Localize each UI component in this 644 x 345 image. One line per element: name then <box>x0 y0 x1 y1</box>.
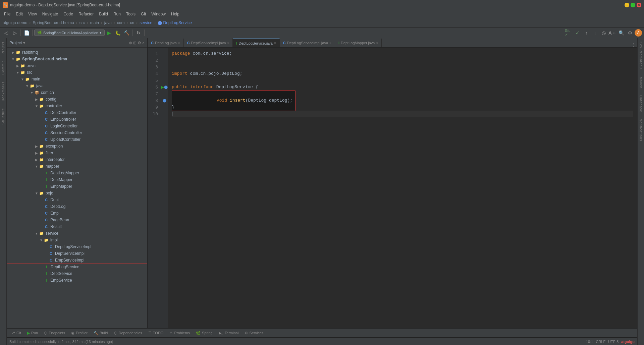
git-history-button[interactable]: ◷ <box>600 29 608 37</box>
tree-item-deptlog[interactable]: C DeptLog <box>7 203 147 210</box>
right-label-notifications[interactable]: Notifications <box>638 115 643 145</box>
bottom-tab-problems[interactable]: ⚠ Problems <box>167 329 192 337</box>
tree-item-emp[interactable]: C Emp <box>7 210 147 217</box>
close-button[interactable]: ✕ <box>637 3 641 7</box>
left-label-structure[interactable]: Structure <box>1 105 6 128</box>
tree-item-pojo[interactable]: ▼ 📁 pojo <box>7 190 147 196</box>
tree-item-deptservice[interactable]: I DeptService <box>7 270 147 277</box>
bottom-tab-run[interactable]: ▶ Run <box>24 329 41 337</box>
translate-button[interactable]: A↔ <box>608 29 616 37</box>
menu-window[interactable]: Window <box>149 11 168 17</box>
left-label-project[interactable]: Project <box>1 38 6 58</box>
menu-run[interactable]: Run <box>111 11 123 17</box>
project-close-button[interactable]: × <box>142 41 145 45</box>
git-push-button[interactable]: ↑ <box>582 29 590 37</box>
right-label-maven[interactable]: Maven <box>638 73 643 92</box>
git-commit-button[interactable]: ✓ <box>574 29 582 37</box>
menu-file[interactable]: File <box>1 11 13 17</box>
menu-refactor[interactable]: Refactor <box>76 11 96 17</box>
tab-close-deptlog[interactable]: × <box>178 41 180 45</box>
left-label-commit[interactable]: Commit <box>1 58 6 78</box>
tree-item-java[interactable]: ▼ 📁 java <box>7 82 147 89</box>
settings-button[interactable]: ⚙ <box>626 29 634 37</box>
tree-item-deptlogmapper[interactable]: I DeptLogMapper <box>7 170 147 176</box>
menu-edit[interactable]: Edit <box>13 11 25 17</box>
tree-item-pagebean[interactable]: C PageBean <box>7 217 147 223</box>
menu-build[interactable]: Build <box>96 11 111 17</box>
menu-view[interactable]: View <box>25 11 40 17</box>
tree-item-src[interactable]: ▼ 📁 src <box>7 69 147 76</box>
tree-item-empcontroller[interactable]: C EmpController <box>7 116 147 123</box>
profile-button[interactable]: A <box>635 29 642 37</box>
project-settings-button[interactable]: ⚙ <box>138 41 141 45</box>
status-encoding[interactable]: UTF-8 <box>608 340 619 344</box>
breadcrumb-service[interactable]: service <box>140 20 152 25</box>
status-line-ending[interactable]: CRLF <box>596 340 605 344</box>
breadcrumb-java[interactable]: java <box>104 20 112 25</box>
menu-navigate[interactable]: Navigate <box>40 11 61 17</box>
run-button[interactable]: ▶ <box>105 29 113 37</box>
sync-button[interactable]: ↻ <box>135 29 143 37</box>
bottom-tab-build[interactable]: 🔨 Build <box>91 329 110 337</box>
tree-item-empmapper[interactable]: I EmpMapper <box>7 183 147 190</box>
tab-close-deptserviceimpl[interactable]: × <box>227 41 229 45</box>
tree-item-empservice[interactable]: I EmpService <box>7 277 147 284</box>
breadcrumb-cn[interactable]: cn <box>130 20 135 25</box>
breadcrumb-atguigu[interactable]: atguigu-demo <box>3 20 27 25</box>
right-label-database[interactable]: Database <box>638 92 643 116</box>
bottom-tab-todo[interactable]: ☰ TODO <box>146 329 166 337</box>
tree-item-rabbitmq[interactable]: ▶ 📁 rabbitmq <box>7 49 147 56</box>
tree-item-result[interactable]: C Result <box>7 223 147 230</box>
tab-deptserviceimpl[interactable]: C DeptServiceImpl.java × <box>184 39 233 47</box>
run-icon-line6[interactable]: ▶⬤ <box>161 84 168 91</box>
menu-help[interactable]: Help <box>168 11 182 17</box>
search-button[interactable]: 🔍 <box>617 29 625 37</box>
project-expand-button[interactable]: ⊞ <box>133 41 137 45</box>
tree-item-deptmapper[interactable]: I DeptMapper <box>7 176 147 183</box>
breadcrumb-com[interactable]: com <box>117 20 125 25</box>
recent-files-button[interactable]: 📄 <box>22 29 31 37</box>
tree-item-empserviceimpl[interactable]: C EmpServiceImpl <box>7 257 147 264</box>
bottom-tab-services[interactable]: ⚙ Services <box>242 329 266 337</box>
bottom-tab-git[interactable]: ⎇ Git <box>8 329 24 337</box>
tab-close-deptlogmapper[interactable]: × <box>376 41 378 45</box>
tab-deptlogserviceimpl[interactable]: C DeptLogServiceImpl.java × <box>280 39 335 47</box>
tree-item-main[interactable]: ▼ 📁 main <box>7 76 147 82</box>
tree-item-deptlogservice[interactable]: I DeptLogService <box>7 264 147 270</box>
bottom-tab-spring[interactable]: 🌿 Spring <box>193 329 215 337</box>
bottom-tab-terminal[interactable]: ▶_ Terminal <box>216 329 241 337</box>
forward-button[interactable]: ▷ <box>11 29 19 37</box>
tree-item-uploadcontroller[interactable]: C UploadController <box>7 136 147 143</box>
tab-close-deptlogservice[interactable]: × <box>274 41 276 45</box>
menu-code[interactable]: Code <box>61 11 76 17</box>
run-icon-line8[interactable]: ⬤ <box>161 97 168 104</box>
back-button[interactable]: ◁ <box>2 29 10 37</box>
project-locate-button[interactable]: ⊕ <box>129 41 132 45</box>
bottom-tab-dependencies[interactable]: ⬡ Dependencies <box>111 329 145 337</box>
run-config-selector[interactable]: 🌿 SpringBootCrudHeimaApplication ▾ <box>34 30 105 36</box>
tree-item-dept[interactable]: C Dept <box>7 196 147 203</box>
build-button[interactable]: 🔨 <box>123 29 131 37</box>
tree-item-mvn[interactable]: ▶ 📁 .mvn <box>7 62 147 69</box>
code-content[interactable]: package com.cn.service; import com.cn.po… <box>168 48 637 328</box>
right-label-keypromoter[interactable]: Key Promoter X <box>638 38 643 73</box>
maximize-button[interactable]: □ <box>631 3 635 7</box>
bottom-tab-profiler[interactable]: ◉ Profiler <box>68 329 90 337</box>
tree-item-interceptor[interactable]: ▶ 📁 interceptor <box>7 156 147 163</box>
tree-item-sessioncontroller[interactable]: C SessionController <box>7 129 147 136</box>
code-editor[interactable]: 1 2 3 4 5 6 7 8 9 10 <box>148 48 637 328</box>
tab-close-deptlogserviceimpl[interactable]: × <box>329 41 331 45</box>
tab-deptlog[interactable]: C DeptLog.java × <box>148 39 184 47</box>
bottom-tab-endpoints[interactable]: ⬡ Endpoints <box>41 329 68 337</box>
tree-item-logincontroller[interactable]: C LoginController <box>7 123 147 129</box>
git-update-button[interactable]: ↓ <box>591 29 599 37</box>
breadcrumb-src[interactable]: src <box>79 20 85 25</box>
minimize-button[interactable]: — <box>625 3 629 7</box>
tab-deptlogservice[interactable]: I DeptLogService.java × <box>233 39 279 47</box>
menu-tools[interactable]: Tools <box>123 11 138 17</box>
tab-deptlogmapper[interactable]: I DeptLogMapper.java × <box>335 39 382 47</box>
breadcrumb-main[interactable]: main <box>90 20 99 25</box>
tree-item-comcn[interactable]: ▼ 📦 com.cn <box>7 89 147 96</box>
tree-item-impl[interactable]: ▼ 📁 impl <box>7 237 147 243</box>
tree-item-controller[interactable]: ▼ 📁 controller <box>7 103 147 109</box>
